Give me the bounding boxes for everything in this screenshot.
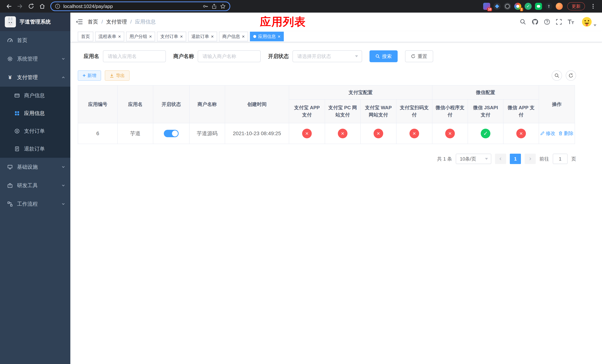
goto-page-input[interactable]	[553, 154, 568, 164]
tab-label: 退款订单	[191, 33, 209, 39]
close-icon[interactable]: ×	[278, 34, 280, 39]
extension-badge: 1	[520, 8, 523, 11]
extension-icon-green-chat[interactable]	[535, 3, 542, 10]
extension-icon-orange-face[interactable]	[556, 3, 563, 10]
merchant-name-input[interactable]	[198, 50, 261, 62]
refresh-icon	[569, 73, 573, 78]
sidebar-item-pay-order[interactable]: 支付订单	[0, 122, 70, 140]
sidebar-item-infra[interactable]: 基础设施	[0, 158, 70, 176]
url-text[interactable]: localhost:1024/pay/app	[63, 3, 200, 9]
sidebar-item-dev-tools[interactable]: 研发工具	[0, 176, 70, 195]
sidebar-item-workflow[interactable]: 工作流程	[0, 195, 70, 213]
delete-link[interactable]: 删除	[558, 130, 573, 137]
pay-order-icon	[14, 128, 20, 134]
cell-alipay-pc: ×	[325, 123, 360, 144]
fullscreen-icon[interactable]	[556, 19, 562, 25]
browser-home-icon[interactable]	[37, 1, 47, 11]
reset-button[interactable]: 重置	[405, 50, 433, 62]
tab-label: 应用信息	[258, 33, 276, 39]
tab-home[interactable]: 首页	[78, 32, 93, 41]
browser-update-button[interactable]: 更新	[567, 2, 585, 10]
site-info-icon[interactable]	[55, 3, 60, 9]
breadcrumb-current: 应用信息	[135, 18, 156, 25]
page-number-1[interactable]: 1	[510, 154, 521, 164]
card-icon	[14, 93, 20, 98]
status-select[interactable]: 请选择开启状态	[292, 50, 362, 62]
close-icon[interactable]: ×	[149, 34, 152, 39]
browser-forward-icon[interactable]	[15, 1, 25, 11]
font-size-icon[interactable]	[568, 19, 574, 25]
share-icon[interactable]	[211, 3, 217, 9]
export-button[interactable]: 导出	[105, 70, 129, 81]
extension-icon-grid[interactable]: 10	[483, 3, 490, 10]
sidebar-item-system[interactable]: 系统管理	[0, 50, 70, 68]
col-app-id: 应用编号	[78, 85, 118, 123]
close-icon[interactable]: ×	[180, 34, 183, 39]
breadcrumb-payment[interactable]: 支付管理	[106, 18, 127, 25]
help-icon[interactable]	[544, 19, 550, 25]
search-button[interactable]: 搜索	[369, 50, 398, 62]
breadcrumb-home[interactable]: 首页	[88, 18, 98, 25]
search-icon[interactable]	[520, 19, 526, 25]
tab-app-info[interactable]: 应用信息×	[250, 32, 284, 41]
extension-icon-green-check[interactable]	[525, 3, 532, 10]
browser-back-icon[interactable]	[4, 1, 14, 11]
browser-reload-icon[interactable]	[26, 1, 36, 11]
address-bar[interactable]: localhost:1024/pay/app	[50, 1, 230, 11]
pay-status-icon: ×	[338, 129, 347, 138]
reset-button-label: 重置	[418, 53, 427, 60]
screen: localhost:1024/pay/app 10 1 更新	[0, 0, 602, 364]
user-avatar[interactable]	[581, 16, 596, 27]
browser-menu-icon[interactable]	[588, 1, 598, 11]
sidebar-item-payment[interactable]: ¥ 支付管理	[0, 68, 70, 87]
sidebar-item-app-info[interactable]: 应用信息	[0, 104, 70, 122]
search-icon	[376, 54, 380, 58]
toggle-search-button[interactable]	[552, 70, 562, 81]
document-icon	[14, 146, 20, 151]
github-icon[interactable]	[532, 19, 538, 25]
app-table: 应用编号 应用名 开启状态 商户名称 创建时间 支付宝配置 微信配置 操作 支付…	[78, 85, 575, 144]
sidebar-item-merchant-info[interactable]: 商户信息	[0, 87, 70, 104]
breadcrumb-separator: /	[101, 19, 103, 25]
app-name-input[interactable]	[103, 50, 166, 62]
extension-icon-colorwheel[interactable]: 1	[514, 3, 521, 10]
table-row: 6 芋道 芋道源码 2021-10-23 08:49:25 × × × × ×	[78, 123, 575, 144]
tab-pay-order[interactable]: 支付订单×	[157, 32, 186, 41]
tab-refund-order[interactable]: 退款订单×	[188, 32, 217, 41]
close-icon[interactable]: ×	[211, 34, 214, 39]
tab-process-form[interactable]: 流程表单×	[95, 32, 124, 41]
col-wechat-jsapi: 微信 JSAPI 支付	[468, 99, 503, 123]
bookmark-star-icon[interactable]	[220, 3, 226, 9]
close-icon[interactable]: ×	[118, 34, 121, 39]
extension-icon-pin[interactable]	[545, 3, 552, 10]
search-button-label: 搜索	[382, 53, 392, 60]
password-key-icon[interactable]	[203, 3, 208, 9]
close-icon[interactable]: ×	[242, 34, 245, 39]
filter-form: 应用名 商户名称 开启状态 请选择开启状态	[84, 50, 576, 62]
edit-link[interactable]: 修改	[540, 130, 555, 137]
next-page-button[interactable]	[525, 154, 536, 164]
sidebar-item-home[interactable]: 首页	[0, 31, 70, 50]
tab-merchant-info[interactable]: 商户信息×	[219, 32, 248, 41]
page-content: 应用名 商户名称 开启状态 请选择开启状态	[70, 42, 602, 364]
extension-icon-dark[interactable]	[504, 3, 511, 10]
sidebar-item-label: 首页	[17, 37, 27, 44]
main-panel: 首页 / 支付管理 / 应用信息 应用列表	[70, 13, 602, 364]
chevron-up-icon	[62, 75, 65, 79]
hamburger-icon[interactable]	[76, 19, 83, 25]
sidebar-logo[interactable]: 芋道管理系统	[0, 13, 70, 31]
prev-page-button[interactable]	[495, 154, 506, 164]
add-button-label: 新增	[87, 73, 96, 78]
page-size-select[interactable]: 10条/页	[456, 154, 491, 164]
total-count: 共 1 条	[437, 156, 452, 162]
gear-icon	[7, 56, 13, 62]
chevron-down-icon	[62, 57, 65, 61]
sidebar-item-refund-order[interactable]: 退款订单	[0, 140, 70, 158]
page-size-value: 10条/页	[460, 156, 485, 162]
extension-icon-gem[interactable]	[494, 3, 501, 10]
add-button[interactable]: + 新增	[78, 70, 101, 81]
status-toggle[interactable]	[164, 130, 179, 137]
tab-user-group[interactable]: 用户分组×	[126, 32, 155, 41]
cell-status	[153, 123, 189, 144]
refresh-table-button[interactable]	[566, 70, 576, 81]
